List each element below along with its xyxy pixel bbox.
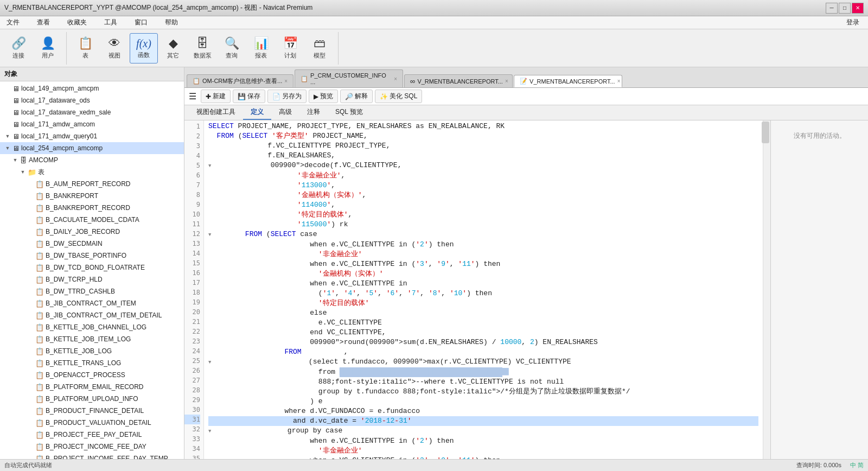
tree-label-28: B_PRODUCT_VALUATION_DETAIL <box>46 419 151 427</box>
tab-close-0[interactable]: × <box>284 78 288 84</box>
code-line-11: '115000') rk <box>208 220 758 230</box>
tree-item-0[interactable]: 🖥local_149_amcpm_amcpm <box>0 82 184 94</box>
tree-item-19[interactable]: 📋B_JIB_CONTRACT_OM_ITEM_DETAIL <box>0 309 184 321</box>
tree-item-31[interactable]: 📋B_PROJECT_INCOME_FEE_DAY_TEMP <box>0 453 184 459</box>
table-icon: 📋 <box>78 36 93 50</box>
code-line-8: '金融机构（实体）', <box>208 190 758 200</box>
toolbar-other[interactable]: ◆ 其它 <box>159 33 187 63</box>
code-lines[interactable]: SELECT PROJECT_NAME, PROJECT_TYPE, EN_RE… <box>204 120 763 459</box>
tab-2[interactable]: ∞ V_RMENTBALANCEREPORT... × <box>404 74 513 87</box>
function-icon: f(x) <box>136 37 151 50</box>
login-button[interactable]: 登录 <box>840 17 866 28</box>
tree-icon-0: 🖥 <box>12 85 20 93</box>
tree-item-16[interactable]: 📋B_DW_TCRP_HLD <box>0 273 184 285</box>
subtab-sql-preview[interactable]: SQL 预览 <box>328 105 371 120</box>
tree-item-8[interactable]: 📋B_AUM_REPORT_RECORD <box>0 178 184 190</box>
tree-item-17[interactable]: 📋B_DW_TTRD_CASHLB <box>0 285 184 297</box>
tree-item-9[interactable]: 📋B_BANKREPORT <box>0 190 184 202</box>
tree-item-30[interactable]: 📋B_PROJECT_INCOME_FEE_DAY <box>0 441 184 453</box>
code-editor[interactable]: 1234567891011121314151617181920212223242… <box>184 120 763 459</box>
tree-item-11[interactable]: 📋B_CACULATE_MODEL_CDATA <box>0 214 184 226</box>
fold-arrow[interactable]: ▼ <box>208 429 211 434</box>
subtab-definition[interactable]: 定义 <box>243 105 271 120</box>
tree-item-13[interactable]: 📋B_DW_SECDMAIN <box>0 238 184 250</box>
fold-arrow[interactable]: ▼ <box>208 163 211 169</box>
datapump-label: 数据泵 <box>194 52 212 60</box>
tree-item-5[interactable]: ▼🖥local_254_amcpm_amcomp <box>0 142 184 154</box>
tree-icon-29: 📋 <box>35 431 44 439</box>
tree-item-28[interactable]: 📋B_PRODUCT_VALUATION_DETAIL <box>0 417 184 429</box>
toolbar-report[interactable]: 📊 报表 <box>247 33 275 63</box>
tree-item-14[interactable]: 📋B_DW_TBASE_PORTINFO <box>0 250 184 262</box>
tree-item-18[interactable]: 📋B_JIB_CONTRACT_OM_ITEM <box>0 297 184 309</box>
beautify-button[interactable]: ✨ 美化 SQL <box>375 90 422 103</box>
tab-close-3[interactable]: × <box>617 78 621 84</box>
tree-item-2[interactable]: 🖥local_17_dataware_xedm_sale <box>0 106 184 118</box>
tree-item-3[interactable]: 🖥local_171_amdw_amcom <box>0 118 184 130</box>
close-button[interactable]: ✕ <box>852 3 864 14</box>
toolbar-user[interactable]: 👤 用户 <box>34 33 62 63</box>
line-num-22: 22 <box>184 327 200 336</box>
subtab-advanced[interactable]: 高级 <box>271 105 299 120</box>
tab-1[interactable]: 📋 P_CRM_CUSTOMER_INFO ... × <box>295 69 403 87</box>
toolbar-query[interactable]: 🔍 查询 <box>218 33 246 63</box>
preview-button[interactable]: ▶ 预览 <box>309 90 338 103</box>
explain-button[interactable]: 🔎 解释 <box>340 90 373 103</box>
tree-item-7[interactable]: ▼📁表 <box>0 166 184 178</box>
toolbar-table[interactable]: 📋 表 <box>71 33 99 63</box>
tab-close-2[interactable]: × <box>505 78 508 84</box>
tree-item-21[interactable]: 📋B_KETTLE_JOB_ITEM_LOG <box>0 333 184 345</box>
tree-item-1[interactable]: 🖥local_17_dataware_ods <box>0 94 184 106</box>
tab-3[interactable]: 📝 V_RMENTBALANCEREPORT... × <box>514 75 622 87</box>
line-num-13: 13 <box>184 239 200 249</box>
tree-label-22: B_KETTLE_JOB_LOG <box>46 347 112 355</box>
toolbar-model[interactable]: 🗃 模型 <box>305 33 334 63</box>
code-line-22: end VC_CLIENTTYPE, <box>208 328 758 338</box>
tree-item-29[interactable]: 📋B_PROJECT_FEE_PAY_DETAIL <box>0 429 184 441</box>
maximize-button[interactable]: □ <box>839 3 851 14</box>
menu-help[interactable]: 帮助 <box>161 17 182 28</box>
menu-file[interactable]: 文件 <box>2 17 24 28</box>
tree-item-23[interactable]: 📋B_KETTLE_TRANS_LOG <box>0 357 184 369</box>
saveas-button[interactable]: 📄 另存为 <box>267 90 307 103</box>
menu-favorites[interactable]: 收藏夹 <box>63 17 91 28</box>
minimize-button[interactable]: ─ <box>826 3 838 14</box>
toolbar-view[interactable]: 👁 视图 <box>100 33 129 63</box>
new-button[interactable]: ✚ 新建 <box>201 90 231 103</box>
object-tree[interactable]: 🖥local_149_amcpm_amcpm🖥local_17_dataware… <box>0 81 184 459</box>
tree-icon-26: 📋 <box>35 395 44 403</box>
tree-item-24[interactable]: 📋B_OPENACCT_PROCESS <box>0 369 184 381</box>
tree-item-10[interactable]: 📋B_BANKREPORT_RECORD <box>0 202 184 214</box>
menu-view[interactable]: 查看 <box>33 17 54 28</box>
hamburger-icon[interactable]: ☰ <box>189 91 196 101</box>
new-icon: ✚ <box>206 93 211 100</box>
tree-label-5: local_254_amcpm_amcomp <box>21 144 103 152</box>
query-icon: 🔍 <box>225 36 239 50</box>
tree-item-26[interactable]: 📋B_PLATFORM_UPLOAD_INFO <box>0 393 184 405</box>
tree-item-27[interactable]: 📋B_PRODUCT_FINANCE_DETAIL <box>0 405 184 417</box>
tree-item-12[interactable]: 📋B_DAILY_JOB_RECORD <box>0 226 184 238</box>
tree-item-20[interactable]: 📋B_KETTLE_JOB_CHANNEL_LOG <box>0 321 184 333</box>
subtab-view-create-tool[interactable]: 视图创建工具 <box>189 105 243 120</box>
tree-label-14: B_DW_TBASE_PORTINFO <box>46 252 126 259</box>
tree-icon-2: 🖥 <box>12 109 20 117</box>
subtab-comment[interactable]: 注释 <box>299 105 328 120</box>
tree-item-25[interactable]: 📋B_PLATFORM_EMAIL_RECORD <box>0 381 184 393</box>
toolbar-connect[interactable]: 🔗 连接 <box>4 33 33 63</box>
menu-tools[interactable]: 工具 <box>100 17 122 28</box>
toolbar-function[interactable]: f(x) 函数 <box>130 33 158 63</box>
tab-0[interactable]: 📋 OM-CRM客户信息维护-查看... × <box>187 74 293 87</box>
line-num-10: 10 <box>184 209 200 219</box>
tab-close-1[interactable]: × <box>394 76 397 82</box>
toolbar-schedule[interactable]: 📅 计划 <box>276 33 304 63</box>
vertical-scrollbar[interactable] <box>763 120 770 459</box>
save-button[interactable]: 💾 保存 <box>233 90 265 103</box>
tree-item-15[interactable]: 📋B_DW_TCD_BOND_FLOATRATE <box>0 262 184 273</box>
menu-window[interactable]: 窗口 <box>130 17 152 28</box>
toolbar-datapump[interactable]: 🗄 数据泵 <box>188 33 216 63</box>
fold-arrow[interactable]: ▼ <box>208 360 211 365</box>
tree-item-22[interactable]: 📋B_KETTLE_JOB_LOG <box>0 345 184 357</box>
fold-arrow[interactable]: ▼ <box>208 232 211 238</box>
tree-item-4[interactable]: ▼🖥local_171_amdw_query01 <box>0 130 184 142</box>
tree-item-6[interactable]: ▼🗄AMCOMP <box>0 154 184 166</box>
